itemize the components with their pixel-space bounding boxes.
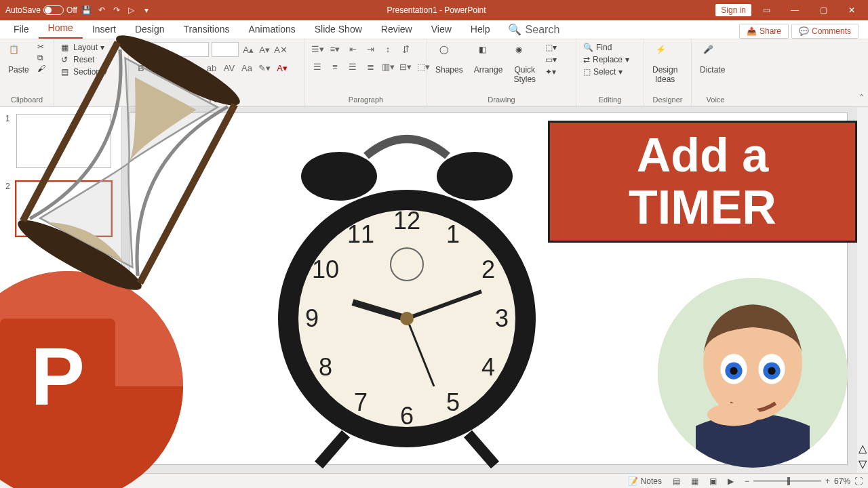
comments-button[interactable]: 💬Comments <box>791 24 859 39</box>
sorter-view-icon[interactable]: ▦ <box>691 476 698 486</box>
font-family-combo[interactable] <box>134 42 209 57</box>
reading-view-icon[interactable]: ▣ <box>709 476 717 486</box>
shapes-button[interactable]: ◯Shapes <box>433 42 466 77</box>
quick-styles-icon: ◉ <box>515 45 534 64</box>
shape-outline-icon[interactable]: ▭▾ <box>544 54 558 65</box>
paste-button[interactable]: 📋 Paste <box>5 42 32 77</box>
char-spacing-button[interactable]: AV <box>222 61 236 75</box>
zoom-out-icon[interactable]: − <box>745 476 749 486</box>
undo-icon[interactable]: ↶ <box>96 5 107 16</box>
tab-home[interactable]: Home <box>39 20 83 39</box>
tab-design[interactable]: Design <box>125 21 174 39</box>
arrange-button[interactable]: ◧Arrange <box>471 42 506 77</box>
zoom-level[interactable]: 67% <box>834 476 850 486</box>
align-right-icon[interactable]: ☰ <box>346 60 359 73</box>
increase-font-icon[interactable]: A▴ <box>241 43 255 56</box>
slide-canvas[interactable] <box>122 107 856 473</box>
font-size-combo[interactable] <box>212 42 239 57</box>
redo-icon[interactable]: ↷ <box>111 5 122 16</box>
tab-review[interactable]: Review <box>372 21 422 39</box>
tab-view[interactable]: View <box>422 21 461 39</box>
ribbon-display-icon[interactable]: ▭ <box>753 0 780 20</box>
reset-label: Reset <box>73 55 94 64</box>
slide-counter: Slide 2 of 2 <box>5 476 46 486</box>
strike-button[interactable]: S <box>187 61 201 75</box>
share-button[interactable]: 📤Share <box>739 24 789 39</box>
cut-icon[interactable]: ✂ <box>37 42 47 52</box>
indent-dec-icon[interactable]: ⇤ <box>346 42 359 56</box>
tab-transitions[interactable]: Transitions <box>174 21 239 39</box>
font-color-icon[interactable]: A▾ <box>275 61 289 75</box>
start-from-beginning-icon[interactable]: ▷ <box>126 5 137 16</box>
maximize-icon[interactable]: ▢ <box>810 0 837 20</box>
indent-inc-icon[interactable]: ⇥ <box>363 42 377 56</box>
zoom-control[interactable]: − + 67% ⛶ <box>745 476 863 486</box>
dictate-button[interactable]: 🎤Dictate <box>697 42 728 77</box>
shape-effects-icon[interactable]: ✦▾ <box>544 66 558 77</box>
notes-button[interactable]: 📝 Notes <box>628 476 662 486</box>
sign-in-button[interactable]: Sign in <box>715 4 751 16</box>
collapse-ribbon-icon[interactable]: ˄ <box>859 93 864 104</box>
slideshow-view-icon[interactable]: ▶ <box>728 476 734 486</box>
fit-to-window-icon[interactable]: ⛶ <box>854 476 863 486</box>
current-slide[interactable] <box>129 113 848 465</box>
group-editing: 🔍Find ⇄Replace ▾ ⬚Select ▾ Editing <box>576 39 644 106</box>
tab-help[interactable]: Help <box>461 21 500 39</box>
ribbon: 📋 Paste ✂ ⧉ 🖌 Clipboard ▦Layout ▾ ↺Reset… <box>0 39 868 107</box>
reset-button[interactable]: ↺Reset <box>60 54 108 65</box>
align-center-icon[interactable]: ≡ <box>328 60 342 73</box>
tab-insert[interactable]: Insert <box>83 21 125 39</box>
document-title: Presentation1 - PowerPoint <box>157 5 715 15</box>
autosave-toggle[interactable]: AutoSave Off <box>5 5 77 15</box>
tab-animations[interactable]: Animations <box>239 21 304 39</box>
bullets-icon[interactable]: ☰▾ <box>311 42 324 56</box>
align-text-icon[interactable]: ⊟▾ <box>399 60 412 73</box>
thumbnail-1[interactable]: 1 <box>0 107 121 175</box>
justify-icon[interactable]: ≣ <box>363 60 377 73</box>
tab-slideshow[interactable]: Slide Show <box>305 21 372 39</box>
decrease-font-icon[interactable]: A▾ <box>258 43 271 56</box>
bold-button[interactable]: B <box>134 61 148 75</box>
columns-icon[interactable]: ▥▾ <box>381 60 395 73</box>
zoom-in-icon[interactable]: + <box>825 476 830 486</box>
shape-fill-icon[interactable]: ⬚▾ <box>544 42 558 53</box>
line-spacing-icon[interactable]: ↕ <box>381 42 395 56</box>
select-button[interactable]: ⬚Select ▾ <box>582 66 631 77</box>
text-direction-icon[interactable]: ⇵ <box>399 42 412 56</box>
replace-button[interactable]: ⇄Replace ▾ <box>582 54 631 65</box>
minimize-icon[interactable]: — <box>781 0 808 20</box>
underline-button[interactable]: U <box>170 61 183 75</box>
close-icon[interactable]: ✕ <box>838 0 865 20</box>
clear-format-icon[interactable]: A✕ <box>274 43 288 56</box>
section-button[interactable]: ▤Section ▾ <box>60 66 108 77</box>
tab-file[interactable]: File <box>4 21 39 39</box>
numbering-icon[interactable]: ≡▾ <box>328 42 342 56</box>
group-slides: ▦Layout ▾ ↺Reset ▤Section ▾ <box>54 39 129 106</box>
next-slide-icon[interactable]: ▽ <box>859 458 867 470</box>
normal-view-icon[interactable]: ▤ <box>673 476 680 486</box>
quick-styles-button[interactable]: ◉Quick Styles <box>511 42 538 87</box>
chevron-down-icon: ▾ <box>618 67 623 77</box>
design-ideas-button[interactable]: ⚡Design Ideas <box>650 42 680 87</box>
layout-button[interactable]: ▦Layout ▾ <box>60 42 108 53</box>
tell-me-search[interactable]: 🔍 Search <box>500 20 568 39</box>
chevron-down-icon: ▾ <box>625 55 629 64</box>
shadow-button[interactable]: ab <box>205 61 218 75</box>
find-icon: 🔍 <box>583 43 593 52</box>
replace-icon: ⇄ <box>583 55 590 64</box>
copy-icon[interactable]: ⧉ <box>37 53 47 62</box>
align-left-icon[interactable]: ☰ <box>311 60 324 73</box>
slide-thumbnails-panel[interactable]: 1 2 <box>0 107 122 473</box>
thumbnail-2[interactable]: 2 <box>0 175 121 243</box>
qat-more-icon[interactable]: ▾ <box>141 5 152 16</box>
change-case-button[interactable]: Aa <box>240 61 254 75</box>
zoom-slider[interactable] <box>753 480 821 482</box>
highlight-icon[interactable]: ✎▾ <box>258 61 271 75</box>
format-painter-icon[interactable]: 🖌 <box>37 64 47 73</box>
save-icon[interactable]: 💾 <box>81 5 92 16</box>
find-button[interactable]: 🔍Find <box>582 42 631 53</box>
prev-slide-icon[interactable]: △ <box>859 442 867 455</box>
group-paragraph: ☰▾ ≡▾ ⇤ ⇥ ↕ ⇵ ☰ ≡ ☰ ≣ ▥▾ ⊟▾ ⬚▾ Paragraph <box>305 39 427 106</box>
vertical-scrollbar[interactable]: △ ▽ <box>856 107 868 473</box>
italic-button[interactable]: I <box>152 61 165 75</box>
